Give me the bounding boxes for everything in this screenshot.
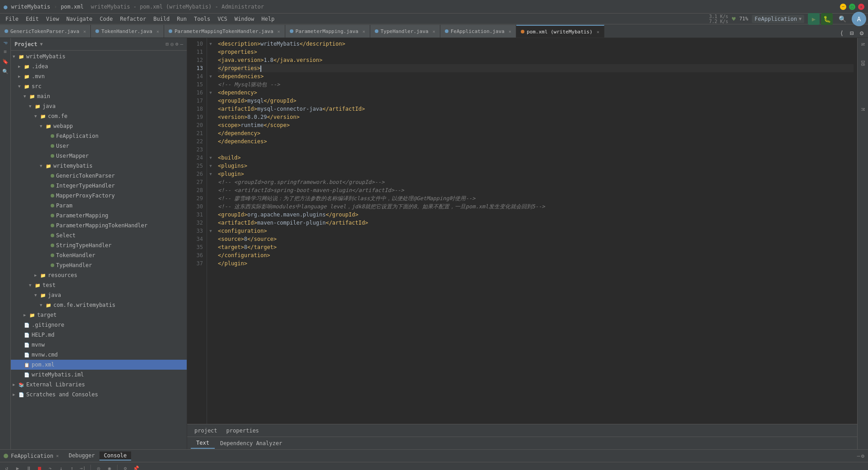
step-into-button[interactable]: ↓ (56, 464, 66, 470)
panel-settings-icon[interactable]: ⚙ (175, 41, 179, 47)
tab-dependency-analyzer[interactable]: Dependency Analyzer (215, 438, 288, 448)
resume-button[interactable]: ▶ (13, 464, 23, 470)
tab-console[interactable]: Console (99, 451, 132, 461)
tree-item-target[interactable]: ▶ 📁 target (11, 310, 187, 320)
bookmarks-button[interactable]: 🔖 (1, 57, 10, 66)
close-button[interactable]: ✕ (858, 4, 864, 10)
locate-file-icon[interactable]: ◎ (170, 41, 174, 47)
debug-app-close[interactable]: ✕ (56, 453, 59, 458)
tree-item-writeMybatis[interactable]: ▼ 📁 writeMybatis (11, 52, 187, 61)
fold-25[interactable]: ▼ (207, 162, 214, 170)
project-tool-button[interactable]: P (2, 40, 9, 46)
tree-item-test[interactable]: ▼ 📁 test (11, 280, 187, 290)
menu-refactor[interactable]: Refactor (116, 15, 150, 23)
tree-item-StringTypeHandler[interactable]: StringTypeHandler (11, 240, 187, 250)
run-to-cursor-button[interactable]: →| (78, 464, 88, 470)
settings-icon[interactable]: ⚙ (857, 28, 866, 38)
pause-button[interactable]: ⏸ (24, 464, 33, 470)
notifications-button[interactable]: N (859, 40, 868, 49)
settings-debug-button[interactable]: ⚙ (120, 464, 130, 470)
tree-item-GenericTokenParser[interactable]: GenericTokenParser (11, 171, 187, 181)
tab-close-icon[interactable]: ✕ (278, 29, 280, 34)
tab-close-icon[interactable]: ✕ (433, 29, 435, 34)
run-config-selector[interactable]: FeApplication ▼ (752, 15, 804, 23)
menu-navigate[interactable]: Navigate (63, 15, 96, 23)
editor-code-view[interactable]: 10 11 12 13 14 15 16 17 18 19 20 21 22 2… (187, 38, 857, 424)
view-breakpoints-button[interactable]: ◎ (94, 464, 104, 470)
tree-item-UserMapper[interactable]: UserMapper (11, 151, 187, 161)
tab-TypeHandler[interactable]: TypeHandler.java ✕ (370, 25, 440, 38)
tab-GenericTokenParser[interactable]: GenericTokenParser.java ✕ (0, 25, 91, 38)
tab-properties[interactable]: properties (223, 427, 263, 435)
step-over-button[interactable]: ↷ (45, 464, 55, 470)
minimize-button[interactable]: ─ (840, 4, 846, 10)
menu-window[interactable]: Window (231, 15, 258, 23)
tab-FeApplication[interactable]: FeApplication.java ✕ (440, 25, 516, 38)
tab-close-icon[interactable]: ✕ (83, 29, 86, 34)
fold-14[interactable]: ▼ (207, 72, 214, 80)
tab-ParameterMappingTokenHandler[interactable]: ParameterMappingTokenHandler.java ✕ (164, 25, 285, 38)
tree-item-TokenHandler[interactable]: TokenHandler (11, 250, 187, 260)
tree-item-main[interactable]: ▼ 📁 main (11, 91, 187, 101)
tab-pom-xml[interactable]: pom.xml (writeMybatis) ✕ (516, 25, 604, 38)
run-button[interactable]: ▶ (808, 13, 820, 25)
stop-button[interactable]: ⏹ (34, 464, 44, 470)
fold-33[interactable]: ▼ (207, 227, 214, 235)
tree-item-idea[interactable]: ▶ 📁 .idea (11, 61, 187, 71)
tree-item-java[interactable]: ▼ 📁 java (11, 101, 187, 111)
tree-item-Param[interactable]: Param (11, 201, 187, 211)
tab-close-icon[interactable]: ✕ (509, 29, 511, 34)
step-out-button[interactable]: ↑ (67, 464, 77, 470)
tree-item-ParameterMapping[interactable]: ParameterMapping (11, 211, 187, 221)
maximize-button[interactable]: □ (849, 4, 855, 10)
tree-item-User[interactable]: User (11, 141, 187, 151)
tree-item-gitignore[interactable]: 📄 .gitignore (11, 320, 187, 330)
menu-code[interactable]: Code (96, 15, 117, 23)
structure-tool-button[interactable]: ≡ (1, 47, 10, 56)
tree-item-Select[interactable]: Select (11, 230, 187, 240)
tree-item-com-fe-writemybatis[interactable]: ▼ 📁 com.fe.writemybatis (11, 300, 187, 310)
user-avatar[interactable]: A (852, 12, 866, 26)
tree-item-resources[interactable]: ▶ 📁 resources (11, 270, 187, 280)
debug-button[interactable]: 🐛 (821, 13, 833, 25)
tree-item-FeApplication[interactable]: FeApplication (11, 131, 187, 141)
tree-item-test-java[interactable]: ▼ 📁 java (11, 290, 187, 300)
tab-project[interactable]: project (191, 427, 221, 435)
fold-24[interactable]: ▼ (207, 154, 214, 162)
fold-16[interactable]: ▼ (207, 89, 214, 97)
tree-item-mvnw-cmd[interactable]: 📄 mvnw.cmd (11, 350, 187, 360)
tab-ParameterMapping[interactable]: ParameterMapping.java ✕ (285, 25, 370, 38)
code-editor[interactable]: <description>writeMybatis</description> … (214, 38, 857, 424)
tab-text[interactable]: Text (191, 438, 215, 449)
tree-item-ParameterMappingTokenHandler[interactable]: ParameterMappingTokenHandler (11, 221, 187, 230)
restart-debug-button[interactable]: ↺ (2, 464, 12, 470)
tab-debugger[interactable]: Debugger (64, 451, 99, 461)
menu-vcs[interactable]: VCS (214, 15, 231, 23)
tree-item-scratches[interactable]: ▶ 📄 Scratches and Consoles (11, 390, 187, 400)
debug-minimize-icon[interactable]: — (857, 453, 860, 459)
recent-files-button[interactable]: ⟨ (837, 28, 846, 38)
menu-tools[interactable]: Tools (190, 15, 214, 23)
search-everywhere-button[interactable]: 🔍 (836, 13, 848, 25)
fold-11[interactable]: ▼ (207, 40, 214, 48)
project-dropdown[interactable]: ▼ (40, 42, 43, 47)
tree-item-writeMybatis-iml[interactable]: 📄 writeMybatis.iml (11, 370, 187, 380)
tree-item-external-libraries[interactable]: ▶ 📚 External Libraries (11, 380, 187, 390)
maven-button[interactable]: M (859, 105, 868, 114)
fold-26[interactable]: ▼ (207, 170, 214, 178)
menu-edit[interactable]: Edit (22, 15, 42, 23)
tab-TokenHandler[interactable]: TokenHandler.java ✕ (91, 25, 164, 38)
split-editor-button[interactable]: ⊟ (847, 28, 856, 38)
database-button[interactable]: DB (859, 59, 868, 68)
mute-breakpoints-button[interactable]: ◉ (104, 464, 114, 470)
menu-run[interactable]: Run (173, 15, 190, 23)
collapse-all-icon[interactable]: ⊟ (166, 41, 169, 47)
menu-file[interactable]: File (2, 15, 22, 23)
panel-hide-icon[interactable]: — (180, 41, 183, 47)
tree-item-src[interactable]: ▼ 📁 src (11, 81, 187, 91)
menu-build[interactable]: Build (150, 15, 173, 23)
tree-item-HELP[interactable]: 📄 HELP.md (11, 330, 187, 340)
menu-help[interactable]: Help (258, 15, 278, 23)
debug-settings-icon[interactable]: ⚙ (861, 453, 864, 459)
tree-item-writemybatis[interactable]: ▼ 📁 writemybatis (11, 161, 187, 171)
